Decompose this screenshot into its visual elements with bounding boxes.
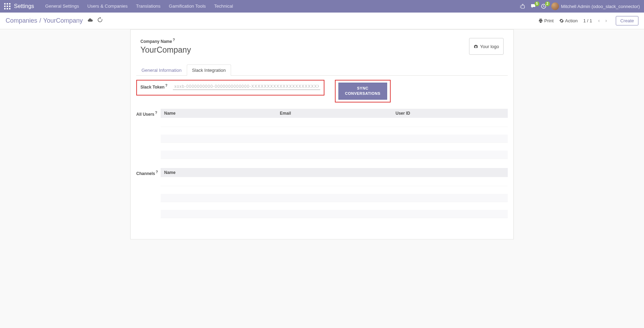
svg-rect-7 <box>7 8 8 9</box>
top-navbar: Settings General Settings Users & Compan… <box>0 0 644 13</box>
table-row[interactable] <box>161 177 508 186</box>
your-logo-button[interactable]: Your logo <box>469 38 504 55</box>
pager-next[interactable] <box>603 17 610 25</box>
svg-rect-5 <box>9 6 10 7</box>
create-button[interactable]: Create <box>616 16 638 25</box>
menu-gamification[interactable]: Gamification Tools <box>165 0 210 13</box>
control-panel: Companies / YourCompany Print Action 1 /… <box>0 13 644 29</box>
navbar-title[interactable]: Settings <box>14 3 34 9</box>
svg-rect-3 <box>4 6 6 7</box>
sync-wrap: SYNCCONVERSATIONS <box>335 80 391 102</box>
sync-conversations-button[interactable]: SYNCCONVERSATIONS <box>338 83 387 100</box>
breadcrumb-current: YourCompany <box>43 17 83 24</box>
tab-content: Slack Token? SYNCCONVERSATIONS All Users… <box>136 76 508 218</box>
pager-text: 1 / 1 <box>583 18 592 23</box>
form-sheet: Company Name? YourCompany Your logo Gene… <box>130 29 514 239</box>
user-name: Mitchell Admin (odoo_slack_connector) <box>561 4 640 9</box>
discard-icon[interactable] <box>97 17 103 24</box>
channels-label: Channels? <box>136 168 161 218</box>
company-name-label: Company Name? <box>140 38 191 44</box>
menu-technical[interactable]: Technical <box>210 0 237 13</box>
help-icon[interactable]: ? <box>156 170 158 174</box>
svg-rect-0 <box>4 3 6 5</box>
control-panel-right: Print Action 1 / 1 Create <box>538 16 638 25</box>
breadcrumb: Companies / YourCompany <box>6 17 103 24</box>
tabs: General Information Slack Integration <box>136 64 508 76</box>
messages-icon[interactable]: 5 <box>530 3 536 9</box>
breadcrumb-sep: / <box>39 17 41 24</box>
slack-token-group: Slack Token? <box>136 80 324 96</box>
cloud-save-icon[interactable] <box>87 17 93 24</box>
col-email[interactable]: Email <box>276 109 392 118</box>
channels-head: Name <box>161 168 508 177</box>
pager: 1 / 1 <box>583 17 610 25</box>
svg-rect-8 <box>9 8 10 9</box>
table-row[interactable] <box>161 194 508 202</box>
tab-general-information[interactable]: General Information <box>136 64 187 76</box>
menu-general-settings[interactable]: General Settings <box>41 0 83 13</box>
camera-icon <box>474 44 478 49</box>
print-button[interactable]: Print <box>538 18 554 23</box>
all-users-head: Name Email User ID <box>161 109 508 118</box>
help-icon[interactable]: ? <box>173 38 175 42</box>
activities-badge: 2 <box>545 1 550 6</box>
menu-translations[interactable]: Translations <box>132 0 164 13</box>
table-row[interactable] <box>161 210 508 218</box>
help-icon[interactable]: ? <box>165 84 167 87</box>
channels-table: Name <box>161 168 508 218</box>
col-name[interactable]: Name <box>161 168 508 177</box>
company-name[interactable]: YourCompany <box>140 45 191 55</box>
debug-icon[interactable] <box>520 3 526 9</box>
all-users-table: Name Email User ID <box>161 109 508 159</box>
breadcrumb-root[interactable]: Companies <box>6 17 37 24</box>
navbar-menu: General Settings Users & Companies Trans… <box>41 0 237 13</box>
menu-users-companies[interactable]: Users & Companies <box>83 0 132 13</box>
svg-rect-1 <box>7 3 8 5</box>
slack-token-label: Slack Token? <box>140 84 167 90</box>
tab-slack-integration[interactable]: Slack Integration <box>187 64 231 76</box>
navbar-right: 5 2 Mitchell Admin (odoo_slack_connector… <box>520 2 640 10</box>
form-header: Company Name? YourCompany Your logo <box>136 38 508 55</box>
svg-rect-2 <box>9 3 10 5</box>
svg-rect-4 <box>7 6 8 7</box>
all-users-section: All Users? Name Email User ID <box>136 109 508 159</box>
col-name[interactable]: Name <box>161 109 276 118</box>
svg-rect-6 <box>4 8 6 9</box>
help-icon[interactable]: ? <box>155 111 157 115</box>
apps-icon[interactable] <box>4 3 10 9</box>
messages-badge: 5 <box>535 1 539 6</box>
print-icon <box>538 18 543 23</box>
table-row[interactable] <box>161 118 508 127</box>
pager-prev[interactable] <box>595 17 603 25</box>
slack-token-input[interactable] <box>173 83 320 90</box>
activities-icon[interactable]: 2 <box>541 3 546 9</box>
all-users-label: All Users? <box>136 109 161 159</box>
table-row[interactable] <box>161 151 508 159</box>
avatar <box>551 2 559 10</box>
form-container: Company Name? YourCompany Your logo Gene… <box>130 29 514 239</box>
table-row[interactable] <box>161 135 508 143</box>
channels-section: Channels? Name <box>136 168 508 218</box>
action-button[interactable]: Action <box>559 18 578 23</box>
gear-icon <box>559 18 564 23</box>
navbar-left: Settings General Settings Users & Compan… <box>4 0 520 13</box>
col-userid[interactable]: User ID <box>392 109 508 118</box>
user-menu[interactable]: Mitchell Admin (odoo_slack_connector) <box>551 2 640 10</box>
